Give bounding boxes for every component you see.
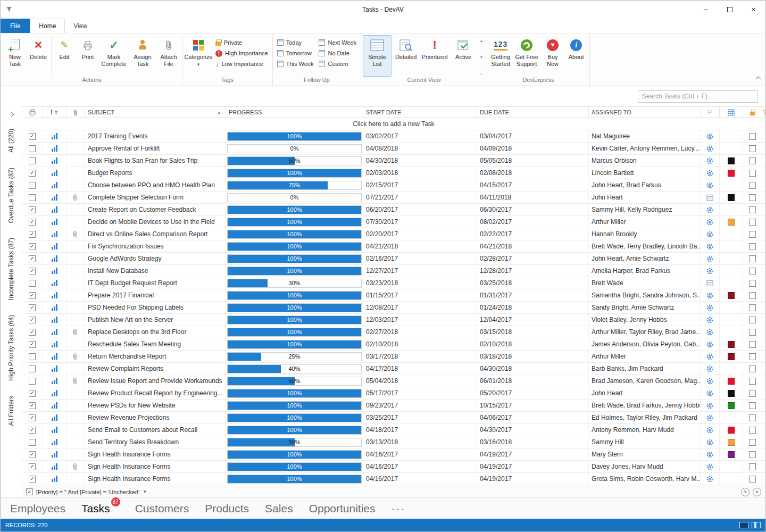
about-button[interactable]: i About	[564, 35, 588, 77]
tab-file[interactable]: File	[1, 19, 30, 33]
scroll-up-icon[interactable]: ▴	[480, 38, 482, 43]
flag-checkbox[interactable]	[743, 351, 762, 362]
task-subject[interactable]: Sign Health Insurance Forms	[85, 473, 226, 485]
task-row[interactable]: IT Dept Budget Request Report30%03/23/20…	[22, 277, 765, 289]
task-subject[interactable]: PSD Needed For Shipping Labels	[85, 302, 226, 313]
column-flag[interactable]: ⚐	[701, 107, 720, 118]
filter-expression[interactable]: [Priority] = '' And [Private] = 'Uncheck…	[36, 489, 139, 495]
complete-checkbox[interactable]: ✓	[22, 424, 43, 436]
flag-checkbox[interactable]	[743, 448, 762, 460]
task-row[interactable]: ✓Sign Health Insurance Forms100%04/16/20…	[22, 473, 765, 485]
rail-expand-chevron[interactable]	[10, 111, 13, 118]
task-subject[interactable]: Review Product Recall Report by Engineer…	[85, 387, 226, 399]
column-filter[interactable]	[762, 107, 765, 118]
flag-checkbox[interactable]	[743, 277, 762, 289]
task-subject[interactable]: Complete Shipper Selection Form	[85, 192, 226, 203]
scroll-down-icon[interactable]: ▾	[480, 55, 482, 60]
prioritized-button[interactable]: ! Prioritized	[420, 35, 449, 77]
column-subject[interactable]: SUBJECT ▲	[85, 107, 226, 118]
task-subject[interactable]: 2017 Training Events	[85, 130, 226, 142]
low-importance-button[interactable]: ↓ Low Importance	[213, 59, 271, 69]
task-action-cell[interactable]	[701, 351, 720, 362]
tab-customers[interactable]: Customers	[135, 502, 189, 515]
task-row[interactable]: Approve Rental of Forklift0%04/08/201804…	[22, 143, 765, 155]
task-action-cell[interactable]	[701, 265, 720, 277]
task-action-cell[interactable]	[701, 363, 720, 375]
task-action-cell[interactable]	[701, 400, 720, 411]
complete-checkbox[interactable]	[22, 277, 43, 289]
flag-checkbox[interactable]	[743, 400, 762, 411]
task-row[interactable]: ✓Review Product Recall Report by Enginee…	[22, 387, 765, 400]
add-new-task-row[interactable]: Click here to add a new Task	[22, 118, 765, 130]
task-subject[interactable]: Review PSDs for New Website	[85, 400, 226, 411]
task-subject[interactable]: Create Report on Customer Feedback	[85, 204, 226, 215]
task-subject[interactable]: Sign Health Insurance Forms	[85, 461, 226, 472]
task-row[interactable]: ✓Create Report on Customer Feedback100%0…	[22, 204, 765, 216]
task-action-cell[interactable]	[701, 424, 720, 436]
flag-checkbox[interactable]	[743, 228, 762, 240]
tab-products[interactable]: Products	[205, 502, 249, 515]
task-subject[interactable]: Replace Desktops on the 3rd Floor	[85, 326, 226, 338]
active-button[interactable]: Active	[449, 35, 478, 77]
task-row[interactable]: ✓Review PSDs for New Website100%09/23/20…	[22, 400, 765, 412]
complete-checkbox[interactable]: ✓	[22, 314, 43, 326]
new-task-button[interactable]: + New Task	[3, 35, 27, 77]
complete-checkbox[interactable]: ✓	[22, 228, 43, 240]
flag-checkbox[interactable]	[743, 155, 762, 167]
task-action-cell[interactable]	[701, 326, 720, 338]
getting-started-button[interactable]: 123 Getting Started	[489, 35, 512, 77]
complete-checkbox[interactable]: ✓	[22, 338, 43, 350]
flag-checkbox[interactable]	[743, 265, 762, 277]
column-progress[interactable]: PROGRESS	[226, 107, 363, 118]
task-row[interactable]: ✓Reschedule Sales Team Meeting100%02/10/…	[22, 338, 765, 351]
complete-checkbox[interactable]: ✓	[22, 448, 43, 460]
flag-checkbox[interactable]	[743, 436, 762, 448]
mark-complete-button[interactable]: ✓ Mark Complete	[99, 35, 128, 77]
task-row[interactable]: ✓Google AdWords Strategy100%02/16/201702…	[22, 253, 765, 265]
complete-checkbox[interactable]: ✓	[22, 387, 43, 399]
task-subject[interactable]: Send Territory Sales Breakdown	[85, 436, 226, 448]
complete-checkbox[interactable]	[22, 363, 43, 375]
flag-checkbox[interactable]	[743, 143, 762, 154]
complete-checkbox[interactable]: ✓	[22, 473, 43, 485]
complete-checkbox[interactable]	[22, 351, 43, 362]
task-action-cell[interactable]	[701, 143, 720, 154]
flag-checkbox[interactable]	[743, 473, 762, 485]
tab-home[interactable]: Home	[30, 19, 65, 33]
task-action-cell[interactable]	[701, 155, 720, 167]
complete-checkbox[interactable]: ✓	[22, 461, 43, 472]
private-button[interactable]: Private	[213, 37, 271, 48]
close-filter-button[interactable]: ✕	[753, 488, 761, 496]
column-assigned-to[interactable]: ASSIGNED TO	[589, 107, 701, 118]
task-action-cell[interactable]	[701, 461, 720, 472]
more-tabs-button[interactable]: ···	[392, 502, 406, 515]
task-subject[interactable]: Send Email to Customers about Recall	[85, 424, 226, 436]
task-subject[interactable]: Review Complaint Reports	[85, 363, 226, 375]
complete-checkbox[interactable]	[22, 179, 43, 191]
column-due-date[interactable]: DUE DATE	[477, 107, 589, 118]
today-button[interactable]: Today	[274, 37, 317, 48]
flag-checkbox[interactable]	[743, 216, 762, 228]
task-subject[interactable]: Fix Synchronization Issues	[85, 240, 226, 252]
task-subject[interactable]: Direct vs Online Sales Comparison Report	[85, 228, 226, 240]
tab-view[interactable]: View	[65, 19, 96, 33]
tomorrow-button[interactable]: Tomorrow	[274, 48, 317, 59]
task-subject[interactable]: Reschedule Sales Team Meeting	[85, 338, 226, 350]
task-subject[interactable]: Choose between PPO and HMO Health Plan	[85, 179, 226, 191]
flag-checkbox[interactable]	[743, 204, 762, 215]
flag-checkbox[interactable]	[743, 240, 762, 252]
task-action-cell[interactable]	[701, 192, 720, 203]
column-attachment[interactable]	[66, 107, 85, 118]
edit-filter-button[interactable]: ✎	[741, 488, 750, 496]
task-action-cell[interactable]	[701, 436, 720, 448]
task-row[interactable]: Complete Shipper Selection Form0%07/21/2…	[22, 192, 765, 204]
task-row[interactable]: ✓2017 Training Events100%03/02/201703/04…	[22, 130, 765, 143]
task-action-cell[interactable]	[701, 289, 720, 301]
task-action-cell[interactable]	[701, 240, 720, 252]
task-subject[interactable]: Approve Rental of Forklift	[85, 143, 226, 154]
complete-checkbox[interactable]	[22, 375, 43, 387]
high-importance-button[interactable]: ! High Importance	[213, 48, 271, 59]
task-action-cell[interactable]	[701, 412, 720, 423]
task-subject[interactable]: Publish New Art on the Server	[85, 314, 226, 326]
complete-checkbox[interactable]	[22, 155, 43, 167]
